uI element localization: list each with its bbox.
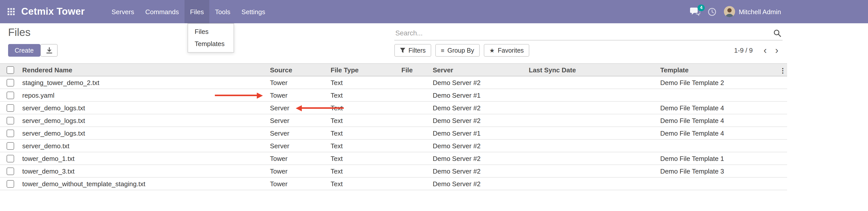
column-header-file[interactable]: File bbox=[399, 66, 431, 73]
cell-file-type: Text bbox=[329, 129, 399, 137]
cell-template: Demo File Template 2 bbox=[658, 79, 787, 86]
cell-template: Demo File Template 4 bbox=[658, 117, 787, 124]
row-checkbox[interactable] bbox=[6, 117, 14, 124]
cell-server: Demo Server #2 bbox=[431, 117, 527, 124]
cell-server: Demo Server #2 bbox=[431, 155, 527, 162]
search-options-bar: Filters ≡ Group By ★ Favorites bbox=[394, 44, 529, 57]
user-menu[interactable]: Mitchell Admin bbox=[724, 6, 781, 17]
pager-previous-button[interactable]: ‹ bbox=[759, 44, 771, 57]
table-row[interactable]: server_demo.txt Server Text Demo Server … bbox=[0, 140, 787, 152]
cell-server: Demo Server #2 bbox=[431, 167, 527, 175]
favorites-label: Favorites bbox=[498, 47, 524, 54]
row-checkbox[interactable] bbox=[6, 167, 14, 175]
cell-template: Demo File Template 4 bbox=[658, 129, 787, 137]
user-avatar bbox=[724, 6, 735, 17]
cell-template: Demo File Template 3 bbox=[658, 167, 787, 175]
row-checkbox[interactable] bbox=[6, 91, 14, 99]
table-row[interactable]: server_demo_logs.txt Server Text Demo Se… bbox=[0, 127, 787, 140]
cell-rendered-name: staging_tower_demo_2.txt bbox=[20, 79, 268, 86]
optional-columns-icon[interactable]: ⋮ bbox=[779, 64, 786, 77]
search-bar bbox=[394, 26, 782, 40]
cell-source: Server bbox=[268, 117, 329, 124]
group-by-label: Group By bbox=[447, 47, 474, 54]
column-header-server[interactable]: Server bbox=[431, 66, 527, 73]
menu-files[interactable]: Files bbox=[185, 0, 210, 23]
table-row[interactable]: repos.yaml Tower Text Demo Server #1 bbox=[0, 89, 787, 102]
download-icon bbox=[46, 47, 52, 54]
annotation-arrow-left bbox=[301, 107, 344, 109]
star-icon: ★ bbox=[489, 47, 495, 53]
cell-source: Tower bbox=[268, 91, 329, 99]
row-checkbox[interactable] bbox=[6, 79, 14, 86]
messages-count-badge: 4 bbox=[698, 5, 705, 11]
column-header-template[interactable]: Template bbox=[658, 66, 787, 73]
export-download-button[interactable] bbox=[40, 44, 58, 57]
select-all-checkbox[interactable] bbox=[6, 66, 14, 73]
files-list-view: Rendered Name Source File Type File Serv… bbox=[0, 63, 787, 190]
apps-grid-icon[interactable] bbox=[8, 8, 15, 15]
cell-file-type: Text bbox=[329, 180, 399, 187]
row-checkbox[interactable] bbox=[6, 129, 14, 137]
cell-source: Tower bbox=[268, 155, 329, 162]
dropdown-item-files[interactable]: Files bbox=[188, 26, 234, 38]
search-input[interactable] bbox=[394, 29, 772, 37]
row-checkbox[interactable] bbox=[6, 180, 14, 187]
filter-funnel-icon bbox=[400, 48, 405, 53]
row-checkbox-cell bbox=[0, 142, 20, 150]
menu-tools[interactable]: Tools bbox=[210, 0, 236, 23]
cell-rendered-name: tower_demo_3.txt bbox=[20, 167, 268, 175]
cell-source: Server bbox=[268, 142, 329, 150]
group-by-icon: ≡ bbox=[441, 47, 444, 53]
column-header-last-sync-date[interactable]: Last Sync Date bbox=[527, 66, 658, 73]
cell-template: Demo File Template 4 bbox=[658, 104, 787, 112]
table-row[interactable]: staging_tower_demo_2.txt Tower Text Demo… bbox=[0, 77, 787, 89]
pager-next-button[interactable]: › bbox=[771, 44, 782, 57]
messages-icon[interactable]: 4 bbox=[690, 8, 700, 16]
menu-settings[interactable]: Settings bbox=[236, 0, 271, 23]
row-checkbox[interactable] bbox=[6, 104, 14, 112]
row-checkbox-cell bbox=[0, 91, 20, 99]
main-menu: Servers Commands Files Tools Settings bbox=[106, 0, 271, 23]
cell-rendered-name: server_demo_logs.txt bbox=[20, 104, 268, 112]
create-button[interactable]: Create bbox=[8, 44, 40, 57]
cell-source: Tower bbox=[268, 167, 329, 175]
column-header-rendered-name[interactable]: Rendered Name bbox=[20, 66, 268, 73]
row-checkbox-cell bbox=[0, 129, 20, 137]
table-row[interactable]: server_demo_logs.txt Server Text Demo Se… bbox=[0, 102, 787, 114]
cell-source: Tower bbox=[268, 180, 329, 187]
table-row[interactable]: tower_demo_1.txt Tower Text Demo Server … bbox=[0, 152, 787, 165]
table-row[interactable]: server_demo_logs.txt Server Text Demo Se… bbox=[0, 114, 787, 127]
row-checkbox-cell bbox=[0, 79, 20, 86]
user-name: Mitchell Admin bbox=[739, 8, 781, 16]
group-by-button[interactable]: ≡ Group By bbox=[435, 44, 480, 57]
menu-servers[interactable]: Servers bbox=[106, 0, 140, 23]
select-all-cell bbox=[0, 66, 20, 73]
search-icon[interactable] bbox=[772, 29, 782, 37]
favorites-button[interactable]: ★ Favorites bbox=[484, 44, 529, 57]
cell-server: Demo Server #2 bbox=[431, 142, 527, 150]
column-header-file-type[interactable]: File Type bbox=[329, 66, 399, 73]
filters-button[interactable]: Filters bbox=[394, 44, 431, 57]
app-brand-title: Cetmix Tower bbox=[21, 6, 85, 17]
row-checkbox[interactable] bbox=[6, 155, 14, 162]
menu-commands[interactable]: Commands bbox=[140, 0, 185, 23]
systray: 4 Mitchell Admin bbox=[690, 6, 781, 17]
table-header: Rendered Name Source File Type File Serv… bbox=[0, 63, 787, 77]
activities-clock-icon[interactable] bbox=[708, 7, 716, 16]
column-header-source[interactable]: Source bbox=[268, 66, 329, 73]
row-checkbox-cell bbox=[0, 180, 20, 187]
table-row[interactable]: tower_demo_without_template_staging.txt … bbox=[0, 178, 787, 190]
app-window: Cetmix Tower Servers Commands Files Tool… bbox=[0, 0, 868, 211]
cell-server: Demo Server #1 bbox=[431, 129, 527, 137]
filters-label: Filters bbox=[408, 47, 426, 54]
cell-file-type: Text bbox=[329, 142, 399, 150]
dropdown-item-templates[interactable]: Templates bbox=[188, 38, 234, 50]
cell-server: Demo Server #2 bbox=[431, 79, 527, 86]
files-menu-dropdown: Files Templates bbox=[188, 23, 234, 53]
row-checkbox-cell bbox=[0, 117, 20, 124]
annotation-arrow-right bbox=[215, 95, 257, 96]
row-checkbox-cell bbox=[0, 155, 20, 162]
cell-file-type: Text bbox=[329, 167, 399, 175]
table-row[interactable]: tower_demo_3.txt Tower Text Demo Server … bbox=[0, 165, 787, 178]
row-checkbox[interactable] bbox=[6, 142, 14, 150]
